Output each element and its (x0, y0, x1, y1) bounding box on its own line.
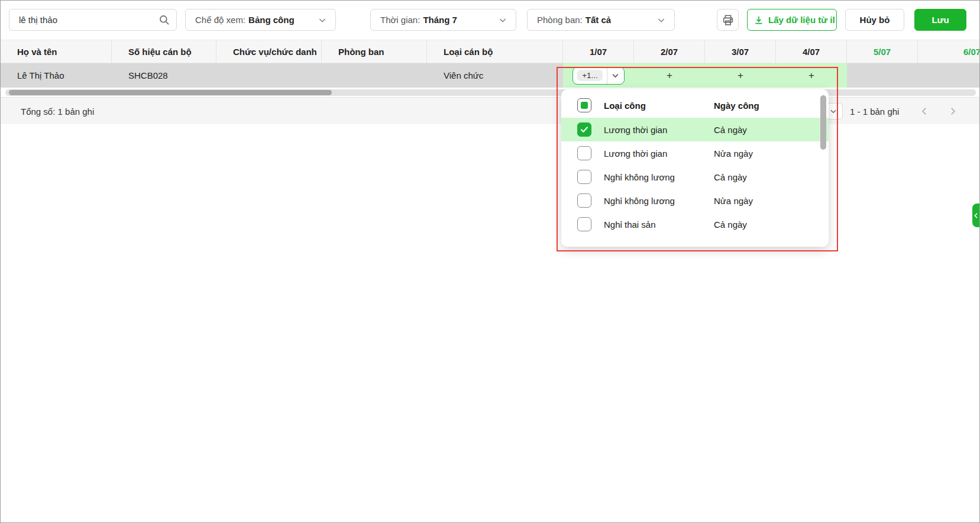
table-header: Họ và tên Số hiệu cán bộ Chức vụ/chức da… (1, 40, 980, 63)
column-header-position[interactable]: Chức vụ/chức danh (216, 40, 322, 63)
add-entry-button[interactable]: + (667, 70, 672, 82)
popup-item[interactable]: Lương thời gian Nửa ngày (561, 141, 829, 165)
search-value: lê thị thảo (19, 15, 57, 25)
cell-name: Lê Thị Thảo (1, 63, 112, 88)
column-header-name[interactable]: Họ và tên (1, 40, 112, 63)
unchecked-checkbox[interactable] (577, 170, 591, 184)
cell-day-6[interactable] (918, 63, 980, 88)
popup-item[interactable]: Lương thời gian Cả ngày (561, 118, 829, 141)
pagination-range-label: 1 - 1 bản ghi (850, 98, 899, 125)
column-header-day-3[interactable]: 3/07 (705, 40, 776, 63)
cell-day-4[interactable]: + (776, 63, 847, 88)
work-type-label: Nghỉ không lương (604, 196, 714, 206)
view-mode-label: Chế độ xem: (195, 15, 245, 25)
view-mode-value: Bảng công (248, 15, 295, 25)
day-entry-badge: +1... (577, 70, 603, 81)
chevron-down-icon (318, 15, 327, 25)
popup-col2-header: Ngày công (714, 101, 759, 111)
print-button[interactable] (717, 9, 739, 31)
chevron-down-icon (656, 15, 666, 25)
popup-scrollbar-thumb[interactable] (820, 95, 826, 150)
popup-col1-header: Loại công (604, 101, 714, 111)
department-select[interactable]: Phòng ban: Tất cả (527, 9, 675, 31)
cell-position (216, 63, 322, 88)
cell-day-2[interactable]: + (634, 63, 705, 88)
save-label: Lưu (932, 15, 949, 25)
search-icon[interactable] (159, 14, 170, 26)
work-type-label: Lương thời gian (604, 125, 714, 135)
cell-code: SHCB028 (112, 63, 216, 88)
chevron-down-icon (829, 107, 837, 115)
fetch-data-button[interactable]: Lấy dữ liệu từ il (747, 9, 837, 31)
column-header-day-4[interactable]: 4/07 (776, 40, 847, 63)
work-day-label: Cả ngày (714, 125, 747, 135)
department-value: Tất cả (586, 15, 611, 25)
horizontal-scrollbar-thumb[interactable] (9, 90, 332, 95)
select-all-checkbox[interactable] (577, 98, 591, 112)
pagination-prev-button[interactable] (918, 105, 930, 117)
column-header-day-5[interactable]: 5/07 (847, 40, 918, 63)
cancel-button[interactable]: Hủy bỏ (845, 9, 904, 31)
unchecked-checkbox[interactable] (577, 193, 591, 208)
total-records-label: Tổng số: 1 bản ghi (21, 98, 94, 125)
work-day-label: Cả ngày (714, 219, 747, 230)
search-input[interactable]: lê thị thảo (9, 9, 177, 31)
time-label: Thời gian: (380, 15, 420, 25)
download-icon (753, 15, 764, 25)
cell-day-1: +1... (563, 63, 634, 88)
column-header-staff-type[interactable]: Loại cán bộ (427, 40, 563, 63)
work-day-label: Cả ngày (714, 172, 747, 182)
cell-day-3[interactable]: + (705, 63, 776, 88)
popup-header-row: Loại công Ngày công (561, 93, 829, 118)
time-select[interactable]: Thời gian: Tháng 7 (370, 9, 516, 31)
pagination-next-button[interactable] (947, 105, 959, 117)
cell-staff-type: Viên chức (427, 63, 563, 88)
add-entry-button[interactable]: + (738, 70, 743, 82)
cell-department (322, 63, 427, 88)
column-header-code[interactable]: Số hiệu cán bộ (112, 40, 216, 63)
save-button[interactable]: Lưu (914, 9, 966, 31)
unchecked-checkbox[interactable] (577, 146, 591, 160)
work-type-popup: Loại công Ngày công Lương thời gian Cả n… (561, 89, 829, 247)
popup-item[interactable]: Nghỉ thai sản Cả ngày (561, 212, 829, 236)
work-day-label: Nửa ngày (714, 196, 753, 206)
footer-bar: Tổng số: 1 bản ghi 1 - 1 bản ghi (1, 97, 980, 124)
chevron-down-icon[interactable] (607, 71, 624, 80)
time-value: Tháng 7 (423, 15, 457, 25)
view-mode-select[interactable]: Chế độ xem: Bảng công (185, 9, 336, 31)
popup-item[interactable]: Nghỉ không lương Cả ngày (561, 165, 829, 189)
cell-day-5[interactable] (847, 63, 918, 88)
column-header-day-6[interactable]: 6/07 (918, 40, 980, 63)
chevron-left-icon (972, 212, 980, 219)
popup-item[interactable]: Nghỉ không lương Nửa ngày (561, 189, 829, 212)
department-label: Phòng ban: (537, 15, 583, 25)
column-header-department[interactable]: Phòng ban (322, 40, 427, 63)
printer-icon (722, 14, 735, 27)
day-entry-dropdown[interactable]: +1... (573, 67, 625, 85)
work-type-label: Nghỉ thai sản (604, 219, 714, 230)
work-day-label: Nửa ngày (714, 148, 753, 159)
fetch-data-label: Lấy dữ liệu từ il (768, 15, 835, 25)
timesheet-page: lê thị thảo Chế độ xem: Bảng công Thời g… (0, 0, 980, 523)
checked-checkbox[interactable] (577, 122, 591, 137)
work-type-label: Nghỉ không lương (604, 172, 714, 182)
add-entry-button[interactable]: + (808, 70, 814, 82)
side-panel-toggle[interactable] (972, 204, 980, 227)
work-type-label: Lương thời gian (604, 148, 714, 159)
column-header-day-2[interactable]: 2/07 (634, 40, 705, 63)
unchecked-checkbox[interactable] (577, 217, 591, 231)
cancel-label: Hủy bỏ (860, 15, 890, 25)
column-header-day-1[interactable]: 1/07 (563, 40, 634, 63)
table-row[interactable]: Lê Thị Thảo SHCB028 Viên chức +1... + + … (1, 63, 980, 88)
chevron-down-icon (498, 15, 507, 25)
